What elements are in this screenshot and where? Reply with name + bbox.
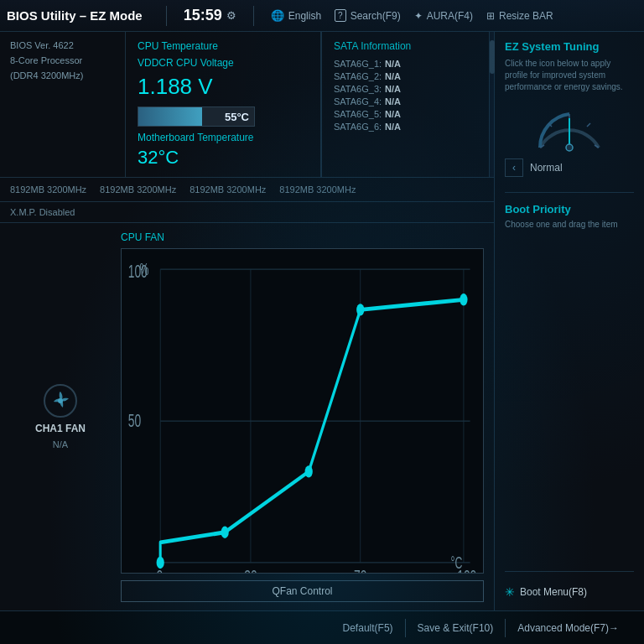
cpu-temp-bar: 55°C	[138, 106, 255, 127]
cpu-temp-value: 55°C	[225, 111, 249, 123]
fan-chart: 100 50 % 0 30 70 100 °C	[121, 248, 484, 574]
svg-text:°C: °C	[451, 553, 463, 571]
svg-text:70: 70	[354, 567, 366, 573]
svg-text:50: 50	[128, 411, 141, 431]
fan-chart-panel: CPU FAN 100	[121, 231, 484, 602]
svg-point-17	[221, 527, 229, 538]
svg-point-19	[356, 304, 364, 315]
svg-point-16	[157, 557, 164, 569]
svg-point-18	[305, 465, 313, 477]
svg-text:30: 30	[244, 567, 257, 573]
cpu-temp-fill	[138, 107, 202, 126]
svg-text:%: %	[140, 260, 149, 278]
svg-point-20	[460, 293, 467, 305]
